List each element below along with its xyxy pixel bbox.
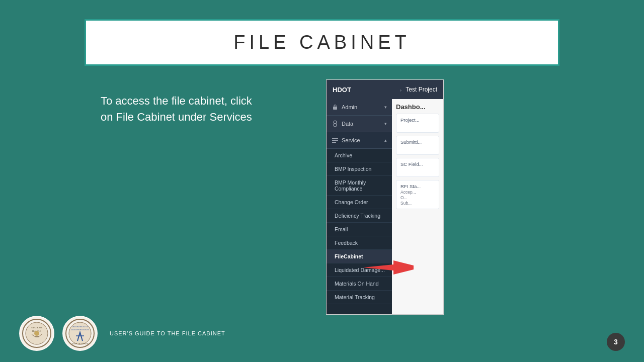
hdot-label: HDOT	[333, 86, 396, 94]
sidebar-item-service[interactable]: Service ▴	[327, 132, 392, 149]
svg-text:TRANSPORTATION: TRANSPORTATION	[71, 328, 89, 331]
service-submenu: Archive BMP Inspection BMP MonthlyCompli…	[327, 149, 392, 314]
app-topbar: HDOT › Test Project	[327, 80, 443, 99]
submenu-deficiency-tracking[interactable]: Deficiency Tracking	[327, 209, 392, 223]
sidebar-item-data[interactable]: Data ▾	[327, 116, 392, 132]
svg-text:STATE OF HAWAII: STATE OF HAWAII	[71, 342, 89, 345]
submenu-material-tracking[interactable]: Material Tracking	[327, 291, 392, 304]
lock-icon	[332, 104, 339, 111]
page-number: 3	[607, 333, 625, 351]
submenu-archive[interactable]: Archive	[327, 149, 392, 162]
submenu-bmp-monthly[interactable]: BMP MonthlyCompliance	[327, 176, 392, 196]
topbar-arrow-icon: ›	[400, 86, 402, 93]
sidebar-item-admin[interactable]: Admin ▾	[327, 99, 392, 116]
footer-guide-text: USER'S GUIDE TO THE FILE CABINET	[110, 330, 225, 336]
svg-rect-3	[332, 138, 338, 139]
dot-logo: DEPARTMENT OF TRANSPORTATION STATE OF HA…	[62, 316, 98, 351]
svg-rect-0	[333, 107, 337, 110]
svg-rect-4	[332, 140, 338, 141]
svg-point-2	[334, 124, 337, 127]
svg-point-12	[34, 331, 39, 336]
data-label: Data	[342, 121, 384, 127]
svg-marker-6	[363, 260, 414, 275]
dashboard-card-4: RFI Sta... Accep...O...Sub...	[396, 180, 439, 209]
data-chevron-icon: ▾	[384, 121, 387, 126]
admin-chevron-icon: ▾	[384, 105, 387, 110]
submenu-change-order[interactable]: Change Order	[327, 196, 392, 209]
dashboard-card-2: Submitti...	[396, 136, 439, 155]
svg-rect-5	[332, 142, 336, 143]
service-chevron-icon: ▴	[384, 138, 387, 143]
app-body: Admin ▾ Data ▾	[327, 99, 443, 314]
dashboard-label: Dashbo...	[396, 103, 439, 111]
service-icon	[332, 137, 339, 144]
service-label: Service	[342, 137, 384, 143]
dashboard-card-3: SC Field...	[396, 158, 439, 177]
admin-label: Admin	[342, 104, 384, 110]
app-screenshot: HDOT › Test Project Admin ▾	[326, 79, 444, 315]
hawaii-state-seal: STATE OF HAWAII 1959	[19, 316, 54, 351]
header-box: FILE CABINET	[85, 19, 559, 66]
svg-text:DEPARTMENT OF: DEPARTMENT OF	[72, 325, 89, 328]
data-icon	[332, 120, 339, 127]
submenu-materials-on-hand[interactable]: Materials On Hand	[327, 277, 392, 291]
main-content: Dashbo... Project... Submitti... SC Fiel…	[392, 99, 443, 314]
submenu-bmp-inspection[interactable]: BMP Inspection	[327, 162, 392, 176]
footer-logos: STATE OF HAWAII 1959 DEPARTMENT OF TRANS…	[19, 316, 225, 351]
page-title: FILE CABINET	[233, 32, 411, 53]
svg-text:STATE OF: STATE OF	[31, 326, 42, 329]
project-label: Test Project	[406, 86, 437, 93]
description-text: To access the file cabinet, click on Fil…	[101, 93, 267, 125]
submenu-feedback[interactable]: Feedback	[327, 236, 392, 250]
dashboard-card-1: Project...	[396, 114, 439, 133]
submenu-email[interactable]: Email	[327, 223, 392, 236]
sidebar: Admin ▾ Data ▾	[327, 99, 392, 314]
svg-point-1	[334, 121, 337, 124]
